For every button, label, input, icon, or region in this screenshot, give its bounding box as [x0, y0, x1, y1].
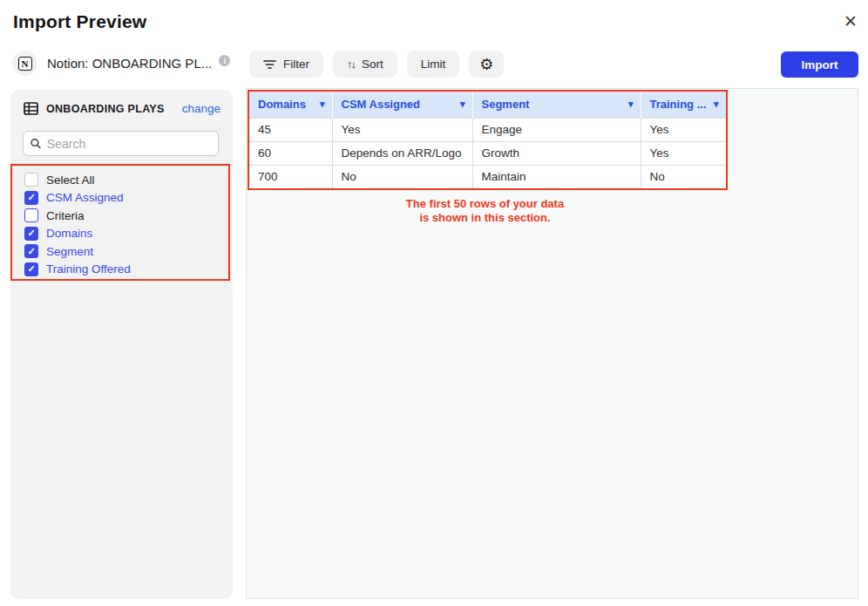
sort-arrows-icon: ↑↓: [347, 58, 355, 71]
chevron-down-icon[interactable]: ▾: [320, 99, 325, 110]
table-header-row: Domains▾ CSM Assigned▾ Segment▾ Training…: [249, 92, 726, 118]
notion-logo-icon: N: [12, 51, 37, 76]
settings-button[interactable]: ⚙: [469, 51, 504, 78]
preview-table: Domains▾ CSM Assigned▾ Segment▾ Training…: [249, 92, 726, 188]
chevron-down-icon[interactable]: ▾: [460, 99, 465, 110]
source-chip: N Notion: ONBOARDING PL... i: [12, 51, 230, 76]
checkbox-segment[interactable]: ✓: [24, 244, 38, 258]
source-label: Notion: ONBOARDING PL...: [47, 56, 212, 71]
checkbox-domains[interactable]: ✓: [24, 227, 38, 241]
cell-csm-assigned: Yes: [332, 118, 472, 141]
search-box: [23, 131, 219, 156]
check-icon: ✓: [27, 228, 35, 238]
cell-domains: 60: [249, 141, 332, 165]
check-icon: ✓: [27, 264, 35, 274]
filter-icon: [263, 59, 276, 70]
dataset-title: ONBOARDING PLAYS: [46, 103, 165, 115]
field-row-criteria[interactable]: Criteria: [24, 207, 228, 225]
cell-segment-link[interactable]: Growth: [472, 141, 641, 165]
cell-csm-assigned: No: [332, 165, 472, 188]
cell-segment-link[interactable]: Engage: [472, 118, 641, 141]
chevron-down-icon[interactable]: ▾: [714, 99, 719, 110]
import-button[interactable]: Import: [781, 51, 858, 78]
checkbox-select-all[interactable]: [24, 173, 38, 187]
tool-button-group: Filter ↑↓ Sort Limit ⚙: [249, 51, 504, 78]
limit-button[interactable]: Limit: [407, 51, 460, 78]
check-icon: ✓: [27, 193, 35, 202]
limit-button-label: Limit: [421, 58, 446, 71]
cell-segment-link[interactable]: Maintain: [472, 165, 641, 188]
checkbox-criteria[interactable]: [24, 208, 38, 222]
column-header-training[interactable]: Training ...▾: [641, 92, 726, 118]
checkbox-csm-assigned[interactable]: ✓: [24, 191, 38, 205]
cell-training: Yes: [641, 141, 726, 165]
field-row-training-offered[interactable]: ✓ Training Offered: [24, 261, 228, 279]
column-header-domains[interactable]: Domains▾: [249, 92, 332, 118]
sidebar-header: ONBOARDING PLAYS change: [10, 90, 233, 115]
table-highlight-box: Domains▾ CSM Assigned▾ Segment▾ Training…: [248, 90, 728, 190]
sort-button-label: Sort: [362, 58, 383, 71]
sidebar: ONBOARDING PLAYS change Select All ✓ CSM…: [10, 90, 233, 599]
field-row-csm-assigned[interactable]: ✓ CSM Assigned: [24, 189, 228, 208]
filter-button-label: Filter: [283, 58, 309, 71]
page-title: Import Preview: [13, 11, 146, 32]
gear-icon: ⚙: [479, 57, 493, 72]
search-icon: [31, 138, 41, 149]
info-icon[interactable]: i: [219, 55, 230, 66]
check-icon: ✓: [27, 247, 35, 256]
rows-limit-note: The first 50 rows of your data is shown …: [248, 197, 722, 224]
table-row: 45 Yes Engage Yes: [249, 118, 726, 141]
toolbar: N Notion: ONBOARDING PL... i Filter ↑↓ S…: [0, 51, 868, 78]
change-link[interactable]: change: [182, 102, 220, 115]
table-row: 60 Depends on ARR/Logo Growth Yes: [249, 141, 726, 165]
search-input[interactable]: [47, 137, 211, 151]
filter-button[interactable]: Filter: [249, 51, 323, 78]
cell-domains: 700: [249, 165, 332, 188]
column-header-csm-assigned[interactable]: CSM Assigned▾: [332, 92, 472, 118]
cell-domains: 45: [249, 118, 332, 141]
field-row-segment[interactable]: ✓ Segment: [24, 242, 228, 261]
close-icon[interactable]: ✕: [844, 12, 858, 31]
checkbox-training-offered[interactable]: ✓: [24, 262, 38, 276]
table-row: 700 No Maintain No: [249, 165, 726, 188]
table-grid-icon: [24, 102, 38, 115]
field-list-highlight-box: Select All ✓ CSM Assigned Criteria ✓ Dom…: [10, 164, 230, 281]
column-header-segment[interactable]: Segment▾: [472, 92, 641, 118]
chevron-down-icon[interactable]: ▾: [628, 99, 634, 110]
cell-training: Yes: [641, 118, 726, 141]
cell-training: No: [641, 165, 726, 188]
sort-button[interactable]: ↑↓ Sort: [333, 51, 397, 78]
field-row-select-all[interactable]: Select All: [24, 171, 228, 189]
preview-panel: Domains▾ CSM Assigned▾ Segment▾ Training…: [246, 88, 858, 599]
cell-csm-assigned: Depends on ARR/Logo: [332, 141, 472, 165]
field-row-domains[interactable]: ✓ Domains: [24, 225, 228, 243]
